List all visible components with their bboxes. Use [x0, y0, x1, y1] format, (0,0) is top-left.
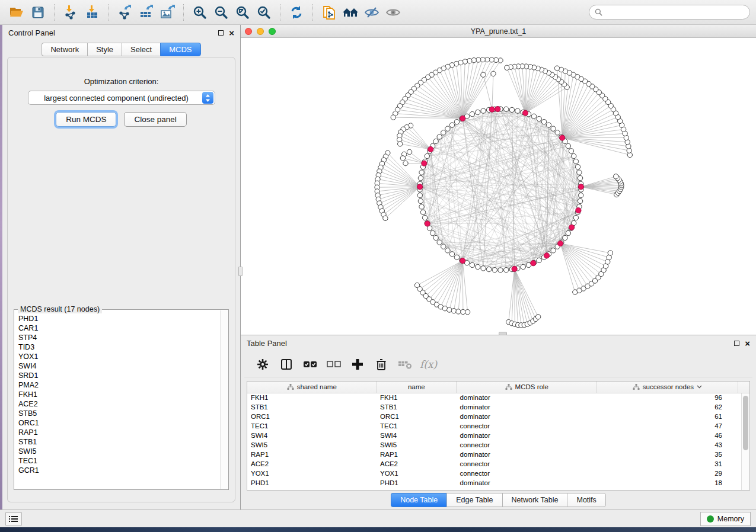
list-item[interactable]: YOX1 — [18, 352, 220, 361]
sort-descending-icon — [697, 385, 702, 389]
list-item[interactable]: GCR1 — [18, 466, 220, 475]
save-session-icon[interactable] — [27, 3, 49, 22]
show-graphics-details-icon[interactable] — [382, 3, 404, 22]
close-panel-icon[interactable]: × — [229, 30, 234, 36]
list-item[interactable]: SRD1 — [18, 371, 220, 380]
refresh-layout-icon[interactable] — [286, 3, 307, 22]
list-item[interactable]: TID3 — [18, 342, 220, 352]
tab-mcds[interactable]: MCDS — [160, 43, 200, 56]
list-item[interactable]: SWI4 — [18, 361, 220, 371]
list-item[interactable]: SWI5 — [18, 447, 220, 456]
toolbar-separator — [54, 4, 55, 21]
toolbar-separator — [312, 4, 313, 21]
table-settings-icon[interactable] — [254, 355, 272, 373]
import-network-icon[interactable] — [60, 3, 81, 22]
node-table[interactable]: shared name name MCDS role successor nod… — [247, 381, 750, 491]
tab-select[interactable]: Select — [122, 43, 160, 56]
hide-graphics-details-icon[interactable] — [361, 3, 382, 22]
column-display-icon[interactable] — [277, 355, 295, 373]
table-tabs: Node Table Edge Table Network Table Moti… — [241, 491, 756, 509]
zoom-in-icon[interactable] — [189, 3, 210, 22]
list-item[interactable]: RAP1 — [18, 428, 220, 437]
table-scrollbar[interactable] — [741, 393, 749, 490]
toolbar-separator — [108, 4, 109, 21]
delete-row-icon[interactable] — [372, 355, 390, 373]
column-header-mcds-role[interactable]: MCDS role — [457, 382, 597, 393]
table-panel-header: Table Panel × — [241, 335, 756, 351]
add-row-icon[interactable] — [349, 355, 366, 373]
optimization-criterion-select[interactable]: largest connected component (undirected) — [28, 91, 215, 105]
table-row[interactable]: FKH1FKH1dominator962 — [247, 393, 750, 402]
close-panel-button[interactable]: Close panel — [124, 112, 186, 127]
memory-label: Memory — [717, 515, 744, 523]
control-panel-tabs: Network Style Select MCDS — [2, 43, 240, 56]
float-panel-icon[interactable] — [734, 341, 739, 346]
list-item[interactable]: STP4 — [18, 333, 220, 342]
task-history-button[interactable] — [5, 512, 22, 525]
zoom-selected-icon[interactable] — [253, 3, 275, 22]
list-item[interactable]: TEC1 — [18, 456, 220, 466]
export-network-icon[interactable] — [114, 3, 135, 22]
select-all-icon[interactable] — [301, 355, 319, 373]
tab-network[interactable]: Network — [42, 43, 87, 56]
memory-button[interactable]: Memory — [700, 512, 751, 526]
table-row[interactable]: SWI5SWI5connector431 — [247, 440, 750, 450]
table-row[interactable]: STB1STB1dominator620 — [247, 402, 750, 412]
export-table-icon[interactable] — [135, 3, 157, 22]
tab-node-table[interactable]: Node Table — [391, 493, 446, 507]
list-item[interactable]: ACE2 — [18, 399, 220, 409]
tab-motifs[interactable]: Motifs — [567, 493, 605, 507]
vertical-splitter-handle[interactable] — [238, 267, 243, 276]
table-row[interactable]: RAP1RAP1dominator352 — [247, 450, 750, 459]
optimization-criterion-label: Optimization criterion: — [8, 77, 235, 86]
tab-style[interactable]: Style — [87, 43, 122, 56]
mcds-result-box: MCDS result (17 nodes) PHD1 CAR1 STP4 TI… — [14, 309, 229, 490]
network-window-title: YPA_prune.txt_1 — [241, 27, 756, 36]
column-header-shared-name[interactable]: shared name — [247, 382, 377, 393]
table-row[interactable]: ACE2ACE2connector311 — [247, 459, 750, 469]
optimization-criterion-value: largest connected component (undirected) — [28, 94, 202, 102]
function-builder-icon[interactable]: f(x) — [420, 358, 437, 370]
list-item[interactable]: CAR1 — [18, 323, 220, 333]
table-header-row: shared name name MCDS role successor nod… — [247, 382, 750, 393]
network-column-icon — [287, 384, 294, 390]
home-icon[interactable] — [340, 3, 361, 22]
table-row[interactable]: PHD1PHD1dominator180 — [247, 478, 750, 488]
column-header-name[interactable]: name — [377, 382, 457, 393]
zoom-fit-icon[interactable] — [232, 3, 253, 22]
close-panel-icon[interactable]: × — [745, 341, 750, 347]
network-view-canvas[interactable] — [241, 38, 756, 335]
list-item[interactable]: STB5 — [18, 409, 220, 418]
network-window-titlebar[interactable]: YPA_prune.txt_1 — [241, 25, 756, 38]
table-toolbar: f(x) — [244, 351, 752, 377]
column-header-successor-nodes[interactable]: successor nodes — [597, 382, 738, 393]
mcds-result-list[interactable]: PHD1 CAR1 STP4 TID3 YOX1 SWI4 SRD1 PMA2 … — [15, 310, 220, 489]
table-row[interactable]: TEC1TEC1connector472 — [247, 421, 750, 431]
search-field[interactable] — [589, 5, 750, 20]
table-scrollbar-thumb[interactable] — [743, 396, 748, 450]
column-header-predecessor-nodes[interactable]: predecessor nodes — [738, 382, 750, 393]
export-image-icon[interactable] — [157, 3, 178, 22]
float-panel-icon[interactable] — [218, 30, 224, 36]
network-graph[interactable] — [241, 38, 756, 335]
list-item[interactable]: PHD1 — [18, 314, 220, 323]
zoom-out-icon[interactable] — [210, 3, 232, 22]
import-table-icon[interactable] — [81, 3, 103, 22]
open-file-icon[interactable] — [6, 3, 27, 22]
table-panel-title: Table Panel — [247, 339, 287, 348]
network-document-icon[interactable] — [318, 3, 340, 22]
table-row[interactable]: SWI4SWI4dominator462 — [247, 431, 750, 440]
tab-network-table[interactable]: Network Table — [502, 493, 567, 507]
list-item[interactable]: STB1 — [18, 437, 220, 447]
tab-edge-table[interactable]: Edge Table — [446, 493, 502, 507]
table-row[interactable]: ORC1ORC1dominator610 — [247, 412, 750, 421]
mcds-list-scrollbar[interactable] — [220, 310, 228, 489]
list-item[interactable]: PMA2 — [18, 380, 220, 390]
list-item[interactable]: FKH1 — [18, 390, 220, 399]
delete-table-icon[interactable] — [396, 355, 414, 373]
deselect-all-icon[interactable] — [325, 355, 343, 373]
run-mcds-button[interactable]: Run MCDS — [56, 112, 116, 127]
search-input[interactable] — [605, 8, 744, 17]
list-item[interactable]: ORC1 — [18, 418, 220, 428]
table-row[interactable]: YOX1YOX1connector291 — [247, 469, 750, 478]
